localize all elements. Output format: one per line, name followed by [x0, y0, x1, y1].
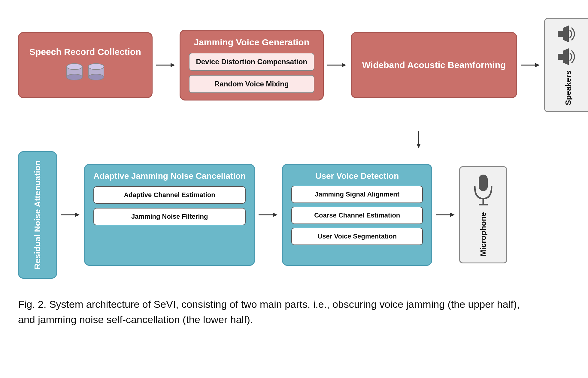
wideband-title: Wideband Acoustic Beamforming — [362, 59, 506, 71]
coarse-channel-estimation-box: Coarse Channel Estimation — [291, 207, 423, 224]
diagram-container: Speech Record Collection — [18, 12, 570, 279]
speakers-label: Speakers — [564, 70, 573, 105]
microphone-icon — [471, 173, 495, 206]
top-row: Speech Record Collection — [18, 12, 570, 118]
microphone-block: Microphone — [459, 166, 507, 263]
database-icon-2 — [87, 63, 105, 84]
user-voice-title: User Voice Detection — [291, 171, 423, 181]
jamming-signal-alignment-label: Jamming Signal Alignment — [315, 190, 399, 198]
svg-marker-27 — [273, 213, 277, 217]
wideband-block: Wideband Acoustic Beamforming — [351, 32, 517, 98]
jamming-gen-block: Jamming Voice Generation Device Distorti… — [180, 30, 324, 100]
svg-rect-20 — [558, 54, 563, 60]
figure-caption: Fig. 2. System architecture of SeVI, con… — [18, 297, 529, 327]
speech-record-title: Speech Record Collection — [29, 46, 141, 58]
user-voice-segmentation-label: User Voice Segmentation — [317, 232, 397, 240]
user-voice-block: User Voice Detection Jamming Signal Alig… — [282, 164, 432, 266]
residual-title: Residual Noise Attenuation — [32, 160, 43, 269]
adaptive-block: Adaptive Jamming Noise Cancellation Adap… — [84, 164, 255, 266]
down-arrow-container — [18, 130, 570, 148]
microphone-label: Microphone — [479, 212, 488, 256]
arrow-4 — [60, 210, 81, 219]
bottom-row: Residual Noise Attenuation Adaptive Jamm… — [18, 151, 570, 279]
arrow-3 — [520, 61, 541, 70]
adaptive-channel-box: Adaptive Channel Estimation — [93, 186, 246, 204]
arrow-5 — [258, 210, 279, 219]
jamming-gen-title: Jamming Voice Generation — [189, 37, 314, 47]
svg-marker-15 — [342, 63, 346, 67]
svg-marker-25 — [75, 213, 80, 217]
arrow-2 — [327, 61, 348, 70]
arrow-1 — [156, 61, 177, 70]
jamming-noise-filtering-box: Jamming Noise Filtering — [93, 208, 246, 225]
svg-point-8 — [88, 74, 104, 80]
speech-record-block: Speech Record Collection — [18, 32, 153, 98]
database-icons — [65, 63, 105, 84]
svg-marker-21 — [563, 48, 569, 65]
jamming-noise-filtering-label: Jamming Noise Filtering — [131, 213, 208, 220]
svg-marker-17 — [535, 63, 540, 67]
arrow-6 — [435, 210, 456, 219]
down-arrow — [414, 130, 423, 148]
residual-block: Residual Noise Attenuation — [18, 151, 57, 279]
svg-point-2 — [67, 74, 82, 80]
svg-marker-19 — [563, 26, 569, 42]
jamming-signal-alignment-box: Jamming Signal Alignment — [291, 186, 423, 203]
svg-rect-30 — [479, 175, 488, 191]
adaptive-channel-label: Adaptive Channel Estimation — [124, 191, 215, 199]
coarse-channel-estimation-label: Coarse Channel Estimation — [314, 212, 400, 219]
speaker-icon-2 — [556, 48, 580, 66]
speakers-block: Speakers — [544, 18, 588, 112]
adaptive-title: Adaptive Jamming Noise Cancellation — [93, 171, 246, 181]
random-voice-label: Random Voice Mixing — [214, 80, 289, 88]
svg-point-3 — [67, 64, 82, 70]
svg-marker-13 — [171, 63, 175, 67]
svg-point-9 — [88, 64, 104, 70]
database-icon-1 — [65, 63, 83, 84]
speaker-icon-1 — [556, 25, 580, 43]
device-distortion-box: Device Distortion Compensation — [189, 53, 314, 71]
svg-marker-23 — [417, 144, 421, 148]
svg-rect-18 — [558, 31, 563, 37]
random-voice-box: Random Voice Mixing — [189, 75, 314, 93]
device-distortion-label: Device Distortion Compensation — [196, 58, 307, 66]
user-voice-segmentation-box: User Voice Segmentation — [291, 228, 423, 245]
svg-marker-29 — [450, 213, 455, 217]
